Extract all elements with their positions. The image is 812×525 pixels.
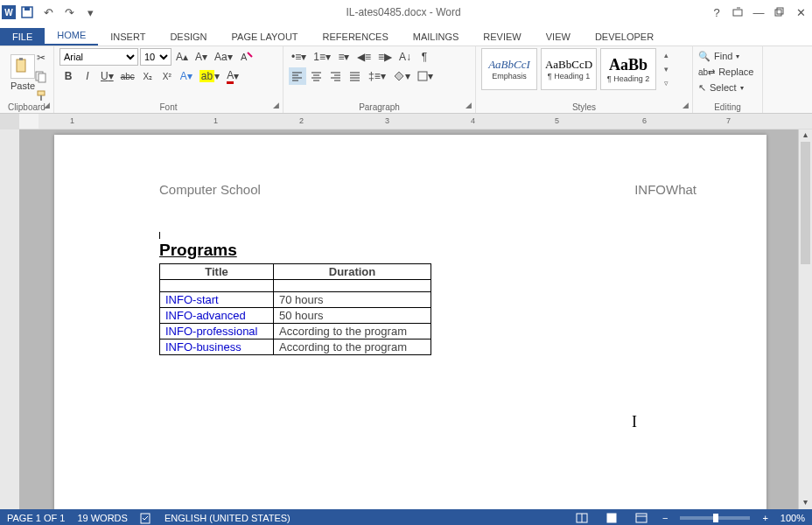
multilevel-list-icon[interactable]: ≡▾ — [335, 48, 353, 66]
svg-rect-5 — [777, 8, 783, 14]
group-editing: 🔍Find▾ ab⇄Replace ↖Select▾ Editing — [693, 46, 763, 113]
underline-button[interactable]: U▾ — [98, 67, 116, 85]
style-heading1[interactable]: AaBbCcD ¶ Heading 1 — [541, 48, 597, 90]
tab-references[interactable]: REFERENCES — [311, 28, 401, 46]
paste-label: Paste — [10, 80, 35, 91]
subscript-button[interactable]: X₂ — [139, 67, 157, 85]
tab-design[interactable]: DESIGN — [158, 28, 219, 46]
cut-icon[interactable]: ✂ — [32, 49, 50, 66]
table-row: INFO-start70 hours — [160, 292, 431, 308]
sort-icon[interactable]: A↓ — [396, 48, 414, 66]
paste-icon — [10, 54, 35, 79]
tab-home[interactable]: HOME — [45, 26, 98, 46]
find-button[interactable]: 🔍Find▾ — [698, 48, 757, 64]
tab-insert[interactable]: INSERT — [98, 28, 158, 46]
file-tab[interactable]: FILE — [0, 28, 45, 46]
zoom-slider[interactable] — [680, 516, 750, 520]
ribbon-display-options-icon[interactable] — [728, 3, 747, 22]
tab-page-layout[interactable]: PAGE LAYOUT — [220, 28, 311, 46]
superscript-button[interactable]: X² — [158, 67, 176, 85]
page-header: Computer School INFOWhat — [54, 135, 766, 197]
text-effects-icon[interactable]: A▾ — [178, 67, 195, 85]
svg-rect-29 — [418, 72, 427, 80]
tab-review[interactable]: REVIEW — [471, 28, 533, 46]
page-content[interactable]: Programs Title Duration INFO-start70 hou… — [54, 197, 766, 355]
redo-icon[interactable]: ↷ — [60, 3, 79, 22]
select-button[interactable]: ↖Select▾ — [698, 80, 757, 95]
bold-button[interactable]: B — [60, 67, 77, 85]
zoom-level[interactable]: 100% — [780, 513, 805, 523]
clear-formatting-icon[interactable]: A — [237, 48, 256, 66]
svg-rect-6 — [17, 60, 25, 72]
save-icon[interactable] — [18, 3, 37, 22]
page[interactable]: Computer School INFOWhat Programs Title … — [54, 135, 766, 509]
table-row: INFO-advanced50 hours — [160, 308, 431, 324]
status-words[interactable]: 19 WORDS — [77, 513, 127, 523]
vertical-ruler[interactable] — [0, 130, 19, 509]
increase-indent-icon[interactable]: ≡▶ — [375, 48, 395, 66]
status-bar: PAGE 1 OF 1 19 WORDS ENGLISH (UNITED STA… — [0, 509, 812, 525]
zoom-in-icon[interactable]: + — [762, 513, 767, 523]
minimize-icon[interactable]: — — [749, 3, 768, 22]
highlight-icon[interactable]: ab▾ — [197, 67, 222, 85]
font-color-icon[interactable]: A▾ — [224, 67, 242, 85]
font-launcher-icon[interactable]: ◢ — [270, 101, 281, 111]
numbering-icon[interactable]: 1≡▾ — [311, 48, 333, 66]
header-right: INFOWhat — [634, 182, 696, 197]
style-heading2[interactable]: AaBb ¶ Heading 2 — [600, 48, 656, 90]
borders-icon[interactable]: ▾ — [415, 67, 436, 85]
qat-customize-icon[interactable]: ▾ — [80, 3, 100, 22]
copy-icon[interactable] — [32, 68, 50, 86]
help-icon[interactable]: ? — [707, 3, 726, 22]
vertical-scrollbar[interactable]: ▴ ▾ — [798, 130, 812, 509]
font-size-combo[interactable]: 10 — [140, 48, 172, 66]
align-center-icon[interactable] — [308, 67, 326, 85]
document-scrollpane[interactable]: Computer School INFOWhat Programs Title … — [19, 130, 798, 509]
tab-mailings[interactable]: MAILINGS — [401, 28, 472, 46]
clipboard-launcher-icon[interactable]: ◢ — [41, 101, 52, 111]
zoom-slider-thumb[interactable] — [713, 514, 718, 522]
zoom-out-icon[interactable]: − — [662, 513, 668, 523]
table-row: INFO-professionalAccording to the progra… — [160, 324, 431, 340]
scroll-thumb[interactable] — [801, 142, 810, 264]
strikethrough-button[interactable]: abc — [118, 67, 137, 85]
style-emphasis[interactable]: AaBbCcI Emphasis — [481, 48, 537, 90]
italic-button[interactable]: I — [79, 67, 96, 85]
svg-rect-34 — [636, 514, 647, 522]
tab-developer[interactable]: DEVELOPER — [583, 28, 666, 46]
align-right-icon[interactable] — [327, 67, 345, 85]
justify-icon[interactable] — [346, 67, 364, 85]
tab-view[interactable]: VIEW — [534, 28, 583, 46]
show-marks-icon[interactable]: ¶ — [416, 48, 433, 66]
scroll-down-icon[interactable]: ▾ — [799, 497, 812, 509]
change-case-icon[interactable]: Aa▾ — [212, 48, 235, 66]
styles-launcher-icon[interactable]: ◢ — [680, 101, 690, 111]
scroll-up-icon[interactable]: ▴ — [799, 130, 812, 142]
line-spacing-icon[interactable]: ‡≡▾ — [366, 67, 388, 85]
styles-more-icon[interactable]: ▴▾▿ — [660, 48, 672, 90]
status-language[interactable]: ENGLISH (UNITED STATES) — [164, 513, 290, 523]
read-mode-icon[interactable] — [573, 512, 591, 524]
replace-button[interactable]: ab⇄Replace — [698, 64, 757, 80]
document-area: Computer School INFOWhat Programs Title … — [0, 130, 812, 509]
align-left-icon[interactable] — [289, 67, 306, 85]
shading-icon[interactable]: ▾ — [390, 67, 413, 85]
status-proofing-icon[interactable] — [140, 512, 152, 524]
svg-rect-1 — [24, 7, 30, 10]
paragraph-launcher-icon[interactable]: ◢ — [463, 101, 473, 111]
window-controls: ? — ✕ — [707, 3, 810, 22]
font-name-combo[interactable]: Arial — [60, 48, 138, 66]
web-layout-icon[interactable] — [633, 512, 650, 524]
horizontal-ruler[interactable]: 1 1 2 3 4 5 6 7 — [38, 114, 812, 129]
undo-icon[interactable]: ↶ — [38, 3, 58, 22]
grow-font-icon[interactable]: A▴ — [173, 48, 191, 66]
print-layout-icon[interactable] — [603, 512, 620, 524]
title-bar: W ↶ ↷ ▾ IL-ates0485.docx - Word ? — ✕ — [0, 0, 812, 24]
status-page[interactable]: PAGE 1 OF 1 — [7, 513, 65, 523]
bullets-icon[interactable]: •≡▾ — [289, 48, 309, 66]
shrink-font-icon[interactable]: A▾ — [192, 48, 210, 66]
ruler-wrap: 1 1 2 3 4 5 6 7 — [0, 114, 812, 130]
close-icon[interactable]: ✕ — [791, 3, 810, 22]
restore-icon[interactable] — [770, 3, 789, 22]
decrease-indent-icon[interactable]: ◀≡ — [354, 48, 374, 66]
